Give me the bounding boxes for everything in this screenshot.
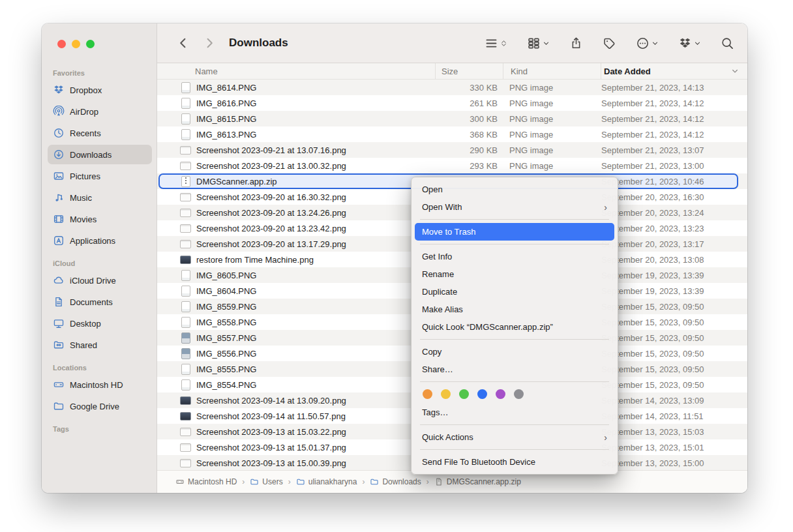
menu-item-open-with[interactable]: Open With› <box>415 198 614 216</box>
sidebar-item-airdrop[interactable]: AirDrop <box>48 102 152 121</box>
sidebar-item-downloads[interactable]: Downloads <box>48 145 152 164</box>
column-header-kind[interactable]: Kind <box>503 63 601 79</box>
table-row[interactable]: IMG_8614.PNG330 KBPNG imageSeptember 21,… <box>157 80 747 95</box>
menu-item-rename[interactable]: Rename <box>415 265 614 283</box>
file-date: September 21, 2023, 14:12 <box>601 95 747 111</box>
tag-color-dot[interactable] <box>459 389 469 399</box>
file-date: September 19, 2023, 13:39 <box>601 283 747 299</box>
breadcrumb-separator: › <box>362 477 365 486</box>
file-kind: PNG image <box>509 111 601 126</box>
tag-color-dot[interactable] <box>423 389 432 399</box>
toolbar-buttons <box>465 37 747 50</box>
menu-item-get-info[interactable]: Get Info <box>415 248 614 265</box>
file-name: Screenshot 2023-09-20 at 13.23.42.png <box>196 224 346 233</box>
image-file-icon <box>180 379 191 391</box>
column-header-name[interactable]: Name <box>157 63 435 79</box>
finder-window: FavoritesDropboxAirDropRecentsDownloadsP… <box>42 23 747 493</box>
file-date: September 20, 2023, 13:23 <box>601 220 747 236</box>
menu-item-quick-look-dmgscanner-app-zip[interactable]: Quick Look “DMGScanner.app.zip” <box>415 318 614 336</box>
breadcrumb-users[interactable]: Users <box>250 477 282 486</box>
minimize-button[interactable] <box>72 40 80 48</box>
breadcrumb-dmgscanner-app-zip[interactable]: DMGScanner.app.zip <box>434 477 521 486</box>
sidebar-item-documents[interactable]: Documents <box>48 292 152 312</box>
sidebar-item-pictures[interactable]: Pictures <box>48 166 152 186</box>
image-file-icon <box>180 98 191 109</box>
sidebar-item-icloud-drive[interactable]: iCloud Drive <box>48 271 152 290</box>
folder-icon <box>53 400 65 412</box>
dropbox-button[interactable] <box>678 37 701 50</box>
view-list-button[interactable] <box>485 37 507 50</box>
column-header-size[interactable]: Size <box>435 63 503 79</box>
more-actions-button[interactable] <box>636 37 659 50</box>
film-icon <box>53 213 65 225</box>
sidebar-item-shared[interactable]: Shared <box>48 335 152 355</box>
sidebar-item-movies[interactable]: Movies <box>48 209 152 229</box>
sidebar-item-label: Pictures <box>70 171 100 181</box>
chevron-right-icon <box>203 37 216 50</box>
back-button[interactable] <box>174 34 192 52</box>
breadcrumb-downloads[interactable]: Downloads <box>370 477 421 486</box>
tag-color-dot[interactable] <box>441 389 451 399</box>
menu-item-quick-actions[interactable]: Quick Actions› <box>415 428 614 446</box>
sidebar-item-recents[interactable]: Recents <box>48 123 152 143</box>
folder-icon <box>296 477 305 486</box>
screenshot-dark-file-icon <box>180 254 191 265</box>
image-file-icon <box>180 129 191 140</box>
sidebar-section-label: Locations <box>53 364 152 372</box>
sidebar-item-label: Macintosh HD <box>70 380 123 390</box>
sidebar-item-dropbox[interactable]: Dropbox <box>48 80 152 100</box>
table-row[interactable]: Screenshot 2023-09-21 at 13.00.32.png293… <box>157 158 747 173</box>
menu-item-share[interactable]: Share… <box>415 361 614 378</box>
tag-color-dot[interactable] <box>514 389 524 399</box>
file-kind: PNG image <box>509 126 601 142</box>
file-date: September 13, 2023, 15:01 <box>601 439 747 455</box>
table-row[interactable]: Screenshot 2023-09-21 at 13.07.16.png290… <box>157 142 747 158</box>
menu-item-send-file-to-bluetooth-device[interactable]: Send File To Bluetooth Device <box>415 453 614 471</box>
breadcrumb-macintosh-hd[interactable]: Macintosh HD <box>175 477 237 486</box>
menu-item-open[interactable]: Open <box>415 181 614 198</box>
menu-item-copy[interactable]: Copy <box>415 343 614 361</box>
sidebar-item-macintosh-hd[interactable]: Macintosh HD <box>48 375 152 394</box>
table-row[interactable]: IMG_8616.PNG261 KBPNG imageSeptember 21,… <box>157 95 747 111</box>
image-file-icon <box>180 317 191 328</box>
chevron-down-icon <box>651 40 659 47</box>
menu-item-duplicate[interactable]: Duplicate <box>415 283 614 301</box>
airdrop-icon <box>53 106 65 117</box>
sidebar-item-google-drive[interactable]: Google Drive <box>48 396 152 416</box>
forward-button[interactable] <box>200 34 218 52</box>
search-button[interactable] <box>721 37 734 50</box>
music-note-icon <box>53 192 65 203</box>
tag-color-dot[interactable] <box>496 389 505 399</box>
file-name-cell: Screenshot 2023-09-21 at 13.07.16.png <box>157 142 435 158</box>
breadcrumb-label: Users <box>262 477 282 486</box>
file-date: September 21, 2023, 14:13 <box>601 80 747 95</box>
close-button[interactable] <box>57 40 66 48</box>
file-date: September 15, 2023, 09:50 <box>601 346 747 361</box>
menu-item-move-to-trash[interactable]: Move to Trash <box>415 223 614 241</box>
window-title: Downloads <box>229 37 288 50</box>
menu-item-make-alias[interactable]: Make Alias <box>415 301 614 318</box>
sidebar-item-music[interactable]: Music <box>48 188 152 207</box>
cloud-icon <box>53 274 65 286</box>
tag-button[interactable] <box>603 37 616 50</box>
submenu-chevron-icon: › <box>604 432 607 443</box>
tag-icon <box>603 37 616 50</box>
group-by-button[interactable] <box>527 37 550 50</box>
dropbox-icon <box>53 84 65 96</box>
column-header-date-added[interactable]: Date Added <box>601 63 747 79</box>
file-name-cell: IMG_8615.PNG <box>157 111 435 126</box>
sidebar-item-desktop[interactable]: Desktop <box>48 314 152 333</box>
table-row[interactable]: IMG_8615.PNG300 KBPNG imageSeptember 21,… <box>157 111 747 126</box>
breadcrumb-ulianakharyna[interactable]: ulianakharyna <box>296 477 357 486</box>
menu-item-tags[interactable]: Tags… <box>415 404 614 421</box>
more-actions-icon <box>636 37 650 50</box>
hard-drive-icon <box>53 379 65 391</box>
sort-direction-icon[interactable] <box>731 67 739 75</box>
file-name-cell: IMG_8604.PNG <box>157 283 435 299</box>
share-button[interactable] <box>569 37 583 50</box>
file-name-cell: Screenshot 2023-09-14 at 13.09.20.png <box>157 392 435 408</box>
table-row[interactable]: IMG_8613.PNG368 KBPNG imageSeptember 21,… <box>157 126 747 142</box>
zoom-button[interactable] <box>86 40 95 48</box>
sidebar-item-applications[interactable]: Applications <box>48 231 152 250</box>
tag-color-dot[interactable] <box>477 389 487 399</box>
